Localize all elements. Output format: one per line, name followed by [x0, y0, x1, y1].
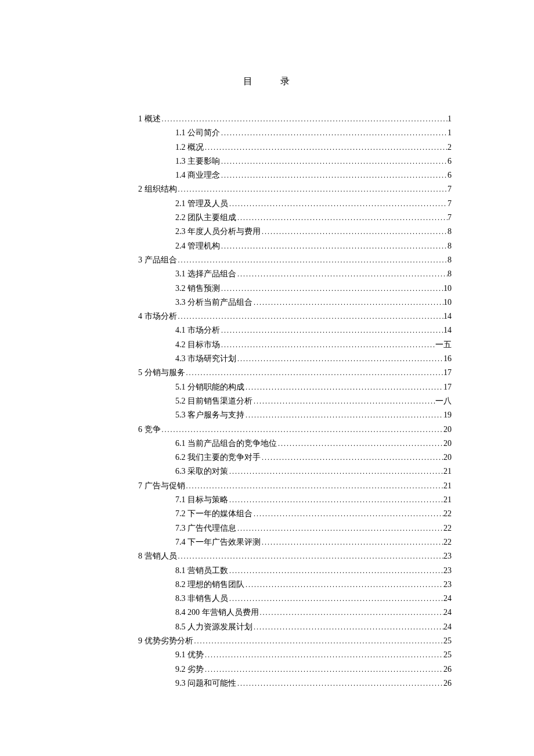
- toc-entry-label: 5 分销与服务: [138, 366, 185, 380]
- toc-leader-dots: [244, 380, 443, 394]
- toc-entry-page: 21: [443, 479, 452, 493]
- toc-entry-label: 1.2 概况: [175, 141, 204, 154]
- toc-leader-dots: [236, 211, 448, 225]
- toc-entry-label: 4.3 市场研究计划: [175, 352, 236, 366]
- toc-leader-dots: [204, 141, 448, 154]
- toc-entry: 1.4 商业理念6: [82, 168, 452, 182]
- toc-entry-page: 19: [443, 408, 452, 422]
- toc-entry-label: 3.2 销售预测: [175, 282, 220, 296]
- toc-entry-label: 3 产品组合: [138, 253, 177, 267]
- toc-entry: 8.3 非销售人员24: [82, 592, 452, 606]
- toc-leader-dots: [252, 394, 435, 408]
- toc-entry-label: 7.2 下一年的媒体组合: [175, 507, 252, 521]
- toc-entry: 7.3 广告代理信息22: [82, 521, 452, 535]
- toc-entry: 6.1 当前产品组合的竞争地位20: [82, 437, 452, 451]
- toc-entry-page: 1: [448, 126, 452, 140]
- toc-leader-dots: [228, 564, 443, 578]
- toc-leader-dots: [177, 253, 448, 267]
- toc-leader-dots: [220, 282, 443, 296]
- title-right: 录: [280, 76, 291, 86]
- toc-entry-page: 22: [443, 535, 452, 549]
- toc-leader-dots: [252, 620, 443, 634]
- toc-entry-page: 14: [443, 309, 452, 323]
- toc-entry-page: 一八: [435, 394, 452, 408]
- toc-leader-dots: [185, 479, 444, 493]
- toc-entry-page: 22: [443, 507, 452, 521]
- toc-entry: 4.2 目标市场一五: [82, 338, 452, 352]
- toc-entry: 6 竞争20: [82, 423, 452, 437]
- toc-entry: 6.3 采取的对策21: [82, 465, 452, 478]
- toc-leader-dots: [236, 267, 448, 281]
- toc-entry: 2 组织结构7: [82, 182, 452, 196]
- toc-leader-dots: [220, 338, 435, 352]
- toc-entry: 8.2 理想的销售团队23: [82, 578, 452, 592]
- toc-entry: 4.3 市场研究计划16: [82, 352, 452, 366]
- toc-entry: 5.1 分销职能的构成17: [82, 380, 452, 394]
- toc-entry: 5 分销与服务17: [82, 366, 452, 380]
- toc-entry-page: 23: [443, 564, 452, 578]
- toc-entry: 3.2 销售预测10: [82, 282, 452, 296]
- toc-entry: 1.1 公司简介1: [82, 126, 452, 140]
- toc-entry-label: 8.1 营销员工数: [175, 564, 228, 578]
- toc-entry-page: 26: [443, 663, 452, 676]
- toc-entry: 7 广告与促销21: [82, 479, 452, 493]
- toc-entry-page: 10: [443, 296, 452, 309]
- toc-entry-label: 9 优势劣势分析: [138, 634, 193, 648]
- toc-entry: 4 市场分析14: [82, 309, 452, 323]
- toc-entry: 9.3 问题和可能性26: [82, 676, 452, 690]
- toc-entry: 5.3 客户服务与支持19: [82, 408, 452, 422]
- toc-entry-label: 9.2 劣势: [175, 663, 204, 676]
- toc-entry: 3 产品组合8: [82, 253, 452, 267]
- toc-entry-label: 1.1 公司简介: [175, 126, 220, 140]
- toc-entry-page: 17: [443, 366, 452, 380]
- toc-entry: 3.3 分析当前产品组合10: [82, 296, 452, 309]
- toc-leader-dots: [161, 423, 444, 437]
- toc-entry-label: 5.2 目前销售渠道分析: [175, 394, 252, 408]
- toc-entry-page: 23: [443, 578, 452, 592]
- toc-entry-label: 2 组织结构: [138, 182, 177, 196]
- toc-leader-dots: [259, 606, 444, 620]
- toc-entry-page: 7: [448, 182, 452, 196]
- toc-entry: 7.1 目标与策略21: [82, 493, 452, 507]
- toc-leader-dots: [252, 296, 443, 309]
- toc-entry: 4.1 市场分析14: [82, 323, 452, 337]
- toc-entry-page: 6: [448, 168, 452, 182]
- toc-entry-label: 6.3 采取的对策: [175, 465, 228, 478]
- toc-leader-dots: [204, 663, 443, 676]
- toc-leader-dots: [228, 465, 443, 478]
- toc-entry-page: 16: [443, 352, 452, 366]
- toc-entry: 2.4 管理机构8: [82, 239, 452, 253]
- toc-entry-label: 9.3 问题和可能性: [175, 676, 236, 690]
- toc-entry-label: 2.3 年度人员分析与费用: [175, 225, 261, 239]
- toc-entry: 5.2 目前销售渠道分析一八: [82, 394, 452, 408]
- toc-entry-page: 一五: [435, 338, 452, 352]
- toc-leader-dots: [261, 535, 443, 549]
- toc-entry-label: 7 广告与促销: [138, 479, 185, 493]
- toc-entry: 2.1 管理及人员7: [82, 197, 452, 211]
- toc-leader-dots: [204, 648, 443, 662]
- toc-entry-label: 4.2 目标市场: [175, 338, 220, 352]
- toc-leader-dots: [185, 366, 444, 380]
- toc-entry-label: 5.3 客户服务与支持: [175, 408, 244, 422]
- toc-leader-dots: [193, 634, 444, 648]
- toc-entry-label: 2.1 管理及人员: [175, 197, 228, 211]
- toc-entry-label: 5.1 分销职能的构成: [175, 380, 244, 394]
- toc-entry: 2.3 年度人员分析与费用8: [82, 225, 452, 239]
- toc-entry-label: 6.2 我们主要的竞争对手: [175, 451, 261, 465]
- toc-entry-page: 25: [443, 634, 452, 648]
- toc-entry-page: 10: [443, 282, 452, 296]
- toc-leader-dots: [177, 182, 448, 196]
- toc-entry-page: 21: [443, 465, 452, 478]
- toc-leader-dots: [236, 676, 443, 690]
- toc-entry-label: 4.1 市场分析: [175, 323, 220, 337]
- toc-leader-dots: [220, 168, 448, 182]
- toc-entry-page: 2: [448, 141, 452, 154]
- toc-entry-label: 8.5 人力资源发展计划: [175, 620, 252, 634]
- toc-entry-page: 8: [448, 253, 452, 267]
- toc-entry-page: 23: [443, 549, 452, 563]
- toc-entry: 9.1 优势25: [82, 648, 452, 662]
- toc-entry: 8.4 200 年营销人员费用24: [82, 606, 452, 620]
- toc-leader-dots: [220, 154, 448, 168]
- toc-leader-dots: [177, 549, 444, 563]
- toc-entry-page: 17: [443, 380, 452, 394]
